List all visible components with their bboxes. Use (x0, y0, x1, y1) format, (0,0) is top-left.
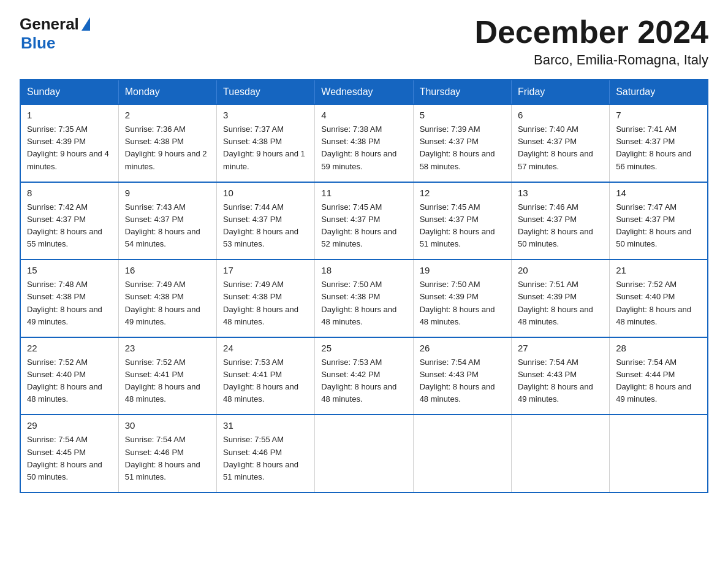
day-cell (315, 415, 413, 492)
day-number: 3 (223, 110, 308, 120)
day-cell: 17 Sunrise: 7:49 AMSunset: 4:38 PMDaylig… (217, 259, 315, 337)
day-number: 31 (223, 420, 308, 431)
header-day-tuesday: Tuesday (217, 80, 315, 104)
day-cell: 22 Sunrise: 7:52 AMSunset: 4:40 PMDaylig… (20, 337, 118, 415)
day-cell: 13 Sunrise: 7:46 AMSunset: 4:37 PMDaylig… (511, 182, 609, 260)
logo: General Blue (20, 15, 90, 53)
day-number: 27 (518, 343, 603, 353)
header-day-thursday: Thursday (413, 80, 511, 104)
day-number: 10 (223, 188, 308, 198)
day-cell: 29 Sunrise: 7:54 AMSunset: 4:45 PMDaylig… (20, 415, 118, 492)
day-number: 19 (420, 265, 505, 275)
day-info: Sunrise: 7:52 AMSunset: 4:41 PMDaylight:… (125, 358, 200, 404)
day-number: 17 (223, 265, 308, 275)
title-block: December 2024 Barco, Emilia-Romagna, Ita… (474, 15, 708, 68)
day-info: Sunrise: 7:50 AMSunset: 4:39 PMDaylight:… (420, 280, 495, 326)
day-info: Sunrise: 7:45 AMSunset: 4:37 PMDaylight:… (321, 202, 396, 248)
day-number: 24 (223, 343, 308, 353)
day-number: 2 (125, 110, 210, 120)
day-number: 22 (27, 343, 112, 353)
day-info: Sunrise: 7:42 AMSunset: 4:37 PMDaylight:… (27, 202, 102, 248)
day-number: 13 (518, 188, 603, 198)
day-cell: 16 Sunrise: 7:49 AMSunset: 4:38 PMDaylig… (118, 259, 216, 337)
day-cell (511, 415, 609, 492)
day-number: 4 (321, 110, 406, 120)
day-info: Sunrise: 7:54 AMSunset: 4:43 PMDaylight:… (518, 358, 593, 404)
day-number: 11 (321, 188, 406, 198)
calendar-subtitle: Barco, Emilia-Romagna, Italy (474, 52, 708, 68)
day-info: Sunrise: 7:52 AMSunset: 4:40 PMDaylight:… (27, 358, 102, 404)
day-number: 30 (125, 420, 210, 431)
calendar-body: 1 Sunrise: 7:35 AMSunset: 4:39 PMDayligh… (20, 104, 708, 492)
day-cell (413, 415, 511, 492)
day-number: 21 (616, 265, 701, 275)
day-cell: 11 Sunrise: 7:45 AMSunset: 4:37 PMDaylig… (315, 182, 413, 260)
day-number: 8 (27, 188, 112, 198)
day-cell: 24 Sunrise: 7:53 AMSunset: 4:41 PMDaylig… (217, 337, 315, 415)
day-number: 7 (616, 110, 701, 120)
day-info: Sunrise: 7:49 AMSunset: 4:38 PMDaylight:… (125, 280, 200, 326)
day-cell: 1 Sunrise: 7:35 AMSunset: 4:39 PMDayligh… (20, 104, 118, 182)
day-cell: 4 Sunrise: 7:38 AMSunset: 4:38 PMDayligh… (315, 104, 413, 182)
day-info: Sunrise: 7:54 AMSunset: 4:46 PMDaylight:… (125, 435, 200, 481)
day-info: Sunrise: 7:47 AMSunset: 4:37 PMDaylight:… (616, 202, 691, 248)
week-row-2: 8 Sunrise: 7:42 AMSunset: 4:37 PMDayligh… (20, 182, 708, 260)
day-number: 12 (420, 188, 505, 198)
day-info: Sunrise: 7:46 AMSunset: 4:37 PMDaylight:… (518, 202, 593, 248)
day-cell: 30 Sunrise: 7:54 AMSunset: 4:46 PMDaylig… (118, 415, 216, 492)
day-number: 18 (321, 265, 406, 275)
day-info: Sunrise: 7:52 AMSunset: 4:40 PMDaylight:… (616, 280, 691, 326)
day-info: Sunrise: 7:54 AMSunset: 4:45 PMDaylight:… (27, 435, 102, 481)
day-cell: 21 Sunrise: 7:52 AMSunset: 4:40 PMDaylig… (610, 259, 708, 337)
day-info: Sunrise: 7:38 AMSunset: 4:38 PMDaylight:… (321, 124, 396, 170)
day-number: 28 (616, 343, 701, 353)
day-cell: 9 Sunrise: 7:43 AMSunset: 4:37 PMDayligh… (118, 182, 216, 260)
day-cell: 14 Sunrise: 7:47 AMSunset: 4:37 PMDaylig… (610, 182, 708, 260)
day-info: Sunrise: 7:36 AMSunset: 4:38 PMDaylight:… (125, 124, 207, 170)
day-number: 23 (125, 343, 210, 353)
day-number: 25 (321, 343, 406, 353)
day-number: 20 (518, 265, 603, 275)
day-cell: 15 Sunrise: 7:48 AMSunset: 4:38 PMDaylig… (20, 259, 118, 337)
day-cell: 12 Sunrise: 7:45 AMSunset: 4:37 PMDaylig… (413, 182, 511, 260)
day-number: 16 (125, 265, 210, 275)
day-number: 9 (125, 188, 210, 198)
day-cell: 26 Sunrise: 7:54 AMSunset: 4:43 PMDaylig… (413, 337, 511, 415)
day-info: Sunrise: 7:53 AMSunset: 4:42 PMDaylight:… (321, 358, 396, 404)
week-row-5: 29 Sunrise: 7:54 AMSunset: 4:45 PMDaylig… (20, 415, 708, 492)
day-cell: 25 Sunrise: 7:53 AMSunset: 4:42 PMDaylig… (315, 337, 413, 415)
day-cell: 3 Sunrise: 7:37 AMSunset: 4:38 PMDayligh… (217, 104, 315, 182)
day-info: Sunrise: 7:54 AMSunset: 4:44 PMDaylight:… (616, 358, 691, 404)
day-info: Sunrise: 7:51 AMSunset: 4:39 PMDaylight:… (518, 280, 593, 326)
day-cell: 23 Sunrise: 7:52 AMSunset: 4:41 PMDaylig… (118, 337, 216, 415)
header-day-sunday: Sunday (20, 80, 118, 104)
day-info: Sunrise: 7:55 AMSunset: 4:46 PMDaylight:… (223, 435, 298, 481)
day-cell: 2 Sunrise: 7:36 AMSunset: 4:38 PMDayligh… (118, 104, 216, 182)
day-cell: 19 Sunrise: 7:50 AMSunset: 4:39 PMDaylig… (413, 259, 511, 337)
day-cell: 31 Sunrise: 7:55 AMSunset: 4:46 PMDaylig… (217, 415, 315, 492)
calendar-title: December 2024 (474, 15, 708, 50)
day-number: 14 (616, 188, 701, 198)
day-info: Sunrise: 7:44 AMSunset: 4:37 PMDaylight:… (223, 202, 298, 248)
day-info: Sunrise: 7:35 AMSunset: 4:39 PMDaylight:… (27, 124, 109, 170)
day-info: Sunrise: 7:48 AMSunset: 4:38 PMDaylight:… (27, 280, 102, 326)
header: General Blue December 2024 Barco, Emilia… (20, 15, 708, 68)
header-day-saturday: Saturday (610, 80, 708, 104)
week-row-3: 15 Sunrise: 7:48 AMSunset: 4:38 PMDaylig… (20, 259, 708, 337)
week-row-1: 1 Sunrise: 7:35 AMSunset: 4:39 PMDayligh… (20, 104, 708, 182)
day-info: Sunrise: 7:39 AMSunset: 4:37 PMDaylight:… (420, 124, 495, 170)
calendar-table: SundayMondayTuesdayWednesdayThursdayFrid… (20, 79, 708, 493)
day-cell (610, 415, 708, 492)
logo-general-text: General (20, 15, 79, 34)
day-number: 1 (27, 110, 112, 120)
day-info: Sunrise: 7:53 AMSunset: 4:41 PMDaylight:… (223, 358, 298, 404)
day-number: 6 (518, 110, 603, 120)
day-cell: 18 Sunrise: 7:50 AMSunset: 4:38 PMDaylig… (315, 259, 413, 337)
header-day-friday: Friday (511, 80, 609, 104)
day-number: 5 (420, 110, 505, 120)
day-info: Sunrise: 7:43 AMSunset: 4:37 PMDaylight:… (125, 202, 200, 248)
day-cell: 7 Sunrise: 7:41 AMSunset: 4:37 PMDayligh… (610, 104, 708, 182)
calendar-header: SundayMondayTuesdayWednesdayThursdayFrid… (20, 80, 708, 104)
day-cell: 5 Sunrise: 7:39 AMSunset: 4:37 PMDayligh… (413, 104, 511, 182)
day-info: Sunrise: 7:54 AMSunset: 4:43 PMDaylight:… (420, 358, 495, 404)
